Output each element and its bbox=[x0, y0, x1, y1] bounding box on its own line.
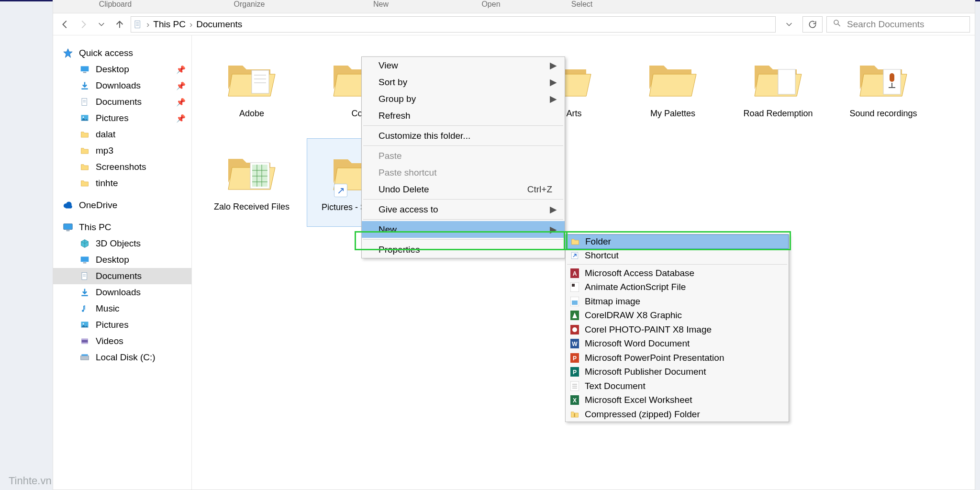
folder-icon bbox=[749, 49, 807, 106]
pc-icon bbox=[63, 222, 73, 233]
svg-rect-25 bbox=[81, 339, 88, 340]
menu-item-paste: Paste bbox=[362, 147, 565, 164]
sidebar-item-desktop[interactable]: Desktop bbox=[53, 252, 191, 268]
access-icon: A bbox=[569, 268, 580, 278]
sidebar-quick-access[interactable]: Quick access bbox=[53, 45, 191, 61]
menu-item-new-folder[interactable]: Folder bbox=[566, 234, 789, 249]
menu-item-view[interactable]: View▶ bbox=[362, 57, 565, 74]
svg-marker-6 bbox=[64, 49, 72, 57]
nav-recent-dropdown[interactable] bbox=[94, 16, 109, 33]
nav-back-button[interactable] bbox=[58, 16, 72, 33]
menu-item-new-microsoft-access-database[interactable]: AMicrosoft Access Database bbox=[566, 266, 789, 280]
nav-up-button[interactable] bbox=[112, 16, 127, 33]
menu-item-sort-by[interactable]: Sort by▶ bbox=[362, 74, 565, 90]
sidebar-item-downloads[interactable]: Downloads bbox=[53, 284, 191, 301]
folder-icon bbox=[79, 178, 90, 189]
nav-bar: › This PC › Documents Search Documents bbox=[53, 13, 975, 35]
svg-rect-35 bbox=[778, 69, 795, 94]
sidebar-item-pictures[interactable]: Pictures bbox=[53, 317, 191, 333]
ribbon-group-organize: Organize bbox=[178, 0, 321, 13]
menu-item-properties[interactable]: Properties bbox=[362, 241, 565, 258]
svg-text:P: P bbox=[573, 355, 577, 362]
sidebar-item-tinhte[interactable]: tinhte bbox=[53, 175, 191, 191]
svg-point-23 bbox=[83, 323, 84, 324]
sidebar-item-music[interactable]: Music bbox=[53, 301, 191, 317]
sidebar-item-mp3[interactable]: mp3 bbox=[53, 143, 191, 159]
menu-item-group-by[interactable]: Group by▶ bbox=[362, 90, 565, 107]
sidebar-item-dalat[interactable]: dalat bbox=[53, 126, 191, 143]
file-item[interactable]: Zalo Received Files bbox=[201, 138, 302, 227]
file-item[interactable]: Adobe bbox=[201, 45, 302, 134]
nav-forward-button[interactable] bbox=[76, 16, 90, 33]
menu-item-undo-delete[interactable]: Undo DeleteCtrl+Z bbox=[362, 181, 565, 198]
file-item[interactable]: Road Redemption bbox=[728, 45, 828, 134]
sidebar-item-local-disk-c-[interactable]: Local Disk (C:) bbox=[53, 349, 191, 366]
sidebar-item-desktop[interactable]: Desktop📌 bbox=[53, 61, 191, 78]
file-item[interactable]: Sound recordings bbox=[833, 45, 934, 134]
menu-item-refresh[interactable]: Refresh bbox=[362, 107, 565, 124]
svg-text:A: A bbox=[573, 270, 577, 277]
ribbon-group-new: New bbox=[321, 0, 441, 13]
address-bar[interactable]: › This PC › Documents bbox=[131, 16, 776, 33]
downloads-icon bbox=[79, 80, 90, 91]
menu-item-new[interactable]: New▶ bbox=[362, 221, 565, 238]
sidebar-item-screenshots[interactable]: Screenshots bbox=[53, 159, 191, 175]
file-item-label: Adobe bbox=[236, 108, 267, 119]
ribbon-group-open: Open bbox=[441, 0, 541, 13]
sidebar-item-downloads[interactable]: Downloads📌 bbox=[53, 78, 191, 94]
chevron-right-icon[interactable]: › bbox=[144, 19, 152, 30]
menu-item-new-compressed-zipped-folder[interactable]: Compressed (zipped) Folder bbox=[566, 407, 789, 422]
txt-icon bbox=[569, 381, 580, 391]
breadcrumb-documents[interactable]: Documents bbox=[196, 19, 242, 30]
menu-item-new-microsoft-excel-worksheet[interactable]: XMicrosoft Excel Worksheet bbox=[566, 393, 789, 408]
menu-item-customize-this-folder-[interactable]: Customize this folder... bbox=[362, 127, 565, 144]
menu-item-new-animate-actionscript-file[interactable]: Animate ActionScript File bbox=[566, 280, 789, 295]
sidebar-item-documents[interactable]: Documents📌 bbox=[53, 94, 191, 110]
star-icon bbox=[63, 48, 73, 58]
folder-icon bbox=[644, 49, 702, 106]
svg-point-4 bbox=[834, 20, 838, 24]
sidebar-onedrive[interactable]: OneDrive bbox=[53, 197, 191, 213]
sidebar-item-3d-objects[interactable]: 3D Objects bbox=[53, 235, 191, 252]
menu-item-new-bitmap-image[interactable]: Bitmap image bbox=[566, 294, 789, 309]
svg-rect-27 bbox=[81, 356, 89, 360]
chevron-right-icon: ▶ bbox=[550, 93, 557, 104]
chevron-right-icon[interactable]: › bbox=[187, 19, 195, 30]
svg-rect-8 bbox=[83, 72, 87, 73]
ribbon-group-select: Select bbox=[541, 0, 623, 13]
menu-item-new-corel-photo-paint-x8-image[interactable]: Corel PHOTO-PAINT X8 Image bbox=[566, 323, 789, 337]
chevron-right-icon: ▶ bbox=[550, 204, 557, 215]
photopaint-icon bbox=[569, 324, 580, 335]
file-item[interactable]: My Palettes bbox=[623, 45, 723, 134]
menu-item-new-microsoft-word-document[interactable]: WMicrosoft Word Document bbox=[566, 337, 789, 351]
pin-icon: 📌 bbox=[176, 114, 186, 123]
search-box[interactable]: Search Documents bbox=[826, 16, 970, 33]
svg-text:X: X bbox=[573, 397, 577, 404]
menu-item-new-microsoft-publisher-document[interactable]: PMicrosoft Publisher Document bbox=[566, 365, 789, 379]
menu-item-give-access-to[interactable]: Give access to▶ bbox=[362, 201, 565, 218]
svg-point-56 bbox=[572, 327, 577, 332]
sidebar-item-documents[interactable]: Documents bbox=[53, 268, 191, 284]
sidebar-item-videos[interactable]: Videos bbox=[53, 333, 191, 349]
zip-icon bbox=[569, 409, 580, 420]
context-submenu-new: FolderShortcutAMicrosoft Access Database… bbox=[565, 234, 789, 422]
cloud-icon bbox=[63, 200, 73, 211]
chevron-right-icon: ▶ bbox=[550, 60, 557, 71]
bitmap-icon bbox=[569, 296, 580, 307]
ribbon-group-labels: Clipboard Organize New Open Select bbox=[53, 0, 975, 13]
svg-rect-15 bbox=[66, 230, 69, 232]
sidebar-item-pictures[interactable]: Pictures📌 bbox=[53, 110, 191, 126]
documents-icon bbox=[133, 20, 143, 29]
sidebar-this-pc[interactable]: This PC bbox=[53, 219, 191, 235]
svg-text:P: P bbox=[573, 369, 577, 376]
address-history-dropdown[interactable] bbox=[780, 16, 799, 33]
refresh-button[interactable] bbox=[802, 16, 823, 33]
menu-item-new-shortcut[interactable]: Shortcut bbox=[566, 249, 789, 263]
nav-pane: Quick access Desktop📌Downloads📌Documents… bbox=[53, 35, 192, 490]
svg-rect-69 bbox=[574, 413, 575, 417]
breadcrumb-this-pc[interactable]: This PC bbox=[153, 19, 186, 30]
folder-icon bbox=[570, 236, 580, 247]
menu-item-new-text-document[interactable]: Text Document bbox=[566, 379, 789, 393]
menu-item-new-microsoft-powerpoint-presentation[interactable]: PMicrosoft PowerPoint Presentation bbox=[566, 351, 789, 365]
menu-item-new-coreldraw-x8-graphic[interactable]: CorelDRAW X8 Graphic bbox=[566, 309, 789, 323]
